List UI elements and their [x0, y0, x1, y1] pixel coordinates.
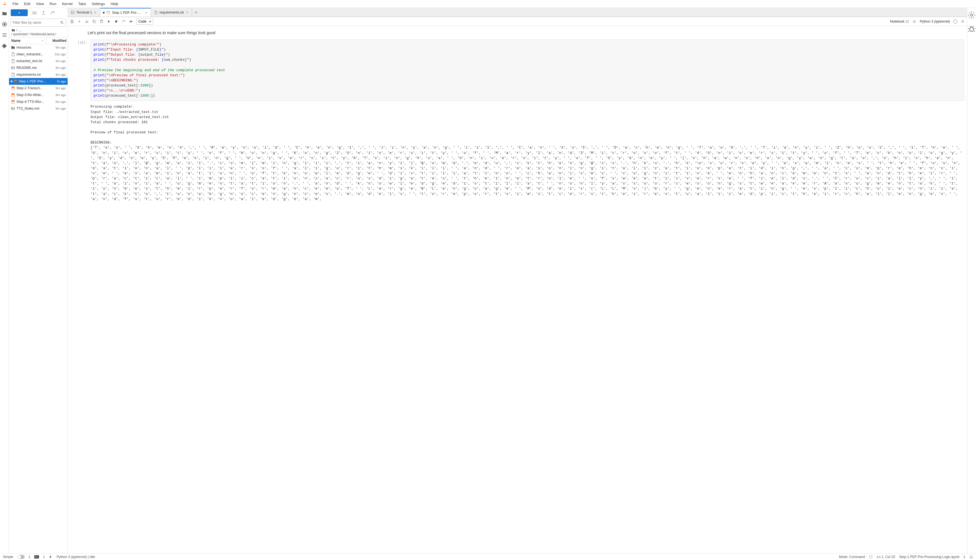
file-modified: 7s ago [50, 80, 66, 83]
file-row[interactable]: Step-3-Re-Write...9m ago [9, 92, 68, 98]
status-tab-count[interactable]: 1 [28, 555, 30, 559]
tab[interactable]: Terminal 1 [68, 8, 100, 17]
code-cell[interactable]: print(f"\nProcessing complete!") print(f… [90, 40, 964, 101]
extensions-icon[interactable] [2, 43, 7, 48]
file-row[interactable]: extracted_text.txt3m ago [9, 58, 68, 64]
col-header-modified[interactable]: Modified [47, 38, 68, 44]
svg-rect-27 [94, 21, 95, 23]
status-simple[interactable]: Simple [3, 555, 13, 559]
close-icon[interactable] [94, 11, 97, 14]
left-activity-bar: <} /> [0, 8, 9, 553]
menu-settings[interactable]: Settings [89, 0, 107, 7]
svg-rect-13 [12, 87, 14, 87]
file-modified: 9m ago [50, 93, 66, 97]
status-term-count[interactable]: 1 [43, 555, 45, 559]
cell-type-select[interactable]: Code [136, 18, 153, 25]
file-row[interactable]: resources9m ago [9, 44, 68, 51]
file-name: requirements.txt [17, 73, 50, 77]
menu-tabs[interactable]: Tabs [76, 0, 88, 7]
menu-help[interactable]: Help [108, 0, 120, 7]
file-modified: 9m ago [50, 87, 66, 90]
debugger-panel-icon[interactable] [967, 25, 976, 33]
status-right-count[interactable]: 1 [963, 555, 965, 559]
refresh-icon[interactable] [50, 10, 55, 15]
file-modified: 9m ago [50, 107, 66, 110]
svg-rect-16 [12, 94, 14, 94]
filter-input[interactable] [13, 21, 60, 25]
svg-rect-2 [4, 24, 5, 25]
folder-icon[interactable] [2, 11, 7, 17]
cut-icon[interactable] [85, 20, 89, 23]
file-name: Step-4-TTS-Wor... [17, 100, 50, 104]
bell-icon[interactable] [969, 555, 973, 559]
shield-icon[interactable] [869, 555, 873, 559]
file-name: TTS_Notes.md [17, 107, 50, 110]
menu-run[interactable]: Run [47, 0, 58, 7]
file-list: resources9m agoclean_extracted...52s ago… [9, 44, 68, 553]
col-header-name[interactable]: Name [9, 38, 47, 44]
kernel-name[interactable]: Python 3 (ipykernel) [920, 20, 950, 23]
tab-label: Step-1 PDF-Pre-Processing [112, 11, 143, 15]
file-name: extracted_text.txt [17, 59, 50, 63]
dirty-indicator [103, 12, 105, 13]
copy-icon[interactable] [92, 20, 96, 23]
file-modified: 9m ago [50, 46, 66, 49]
add-tab-button[interactable] [192, 8, 200, 17]
markdown-cell[interactable]: Let's print out the final processed vers… [88, 29, 967, 40]
run-all-icon[interactable] [129, 20, 133, 23]
file-row[interactable]: Step-2-Transcri...9m ago [9, 85, 68, 92]
debugger-icon[interactable] [912, 20, 916, 23]
status-file[interactable]: Step-1 PDF-Pre-Processing-Logic.ipynb [899, 555, 959, 559]
restart-icon[interactable] [122, 20, 125, 23]
sort-asc-icon [41, 39, 44, 42]
menu-kernel[interactable]: Kernel [60, 0, 75, 7]
insert-cell-icon[interactable] [77, 20, 82, 23]
tab-label: Terminal 1 [76, 10, 92, 14]
status-mode[interactable]: Mode: Command [839, 555, 865, 559]
stop-icon[interactable] [114, 20, 118, 23]
new-folder-icon[interactable] [32, 10, 37, 15]
file-row[interactable]: Step-4-TTS-Wor...9m ago [9, 98, 68, 105]
lightning-icon[interactable] [48, 555, 53, 559]
file-row[interactable]: requirements.txt4m ago [9, 71, 68, 78]
new-launcher-button[interactable] [11, 9, 28, 16]
close-icon[interactable] [144, 11, 148, 14]
file-row[interactable]: README.md9m ago [9, 64, 68, 71]
file-row[interactable]: clean_extracted...52s ago [9, 51, 68, 58]
file-name: Step-1 PDF-Pre-... [18, 79, 50, 83]
menu-file[interactable]: File [10, 0, 21, 7]
file-row[interactable]: TTS_Notes.md9m ago [9, 105, 68, 112]
terminal-badge-icon[interactable]: >_ [34, 555, 39, 558]
upload-icon[interactable] [41, 10, 46, 15]
breadcrumb-row: / … [9, 28, 68, 32]
folder-icon[interactable] [11, 28, 15, 32]
file-row[interactable]: Step-1 PDF-Pre-...7s ago [9, 78, 68, 85]
tab[interactable]: requirements.txt [151, 8, 192, 17]
file-modified: 52s ago [50, 53, 66, 56]
breadcrumb-root[interactable]: / [17, 28, 17, 32]
kernel-indicator[interactable] [953, 20, 958, 23]
run-icon[interactable] [107, 20, 111, 23]
menu-edit[interactable]: Edit [22, 0, 32, 7]
toc-icon[interactable] [2, 32, 7, 38]
jupyter-logo-icon [2, 2, 7, 7]
tab[interactable]: Step-1 PDF-Pre-Processing [100, 8, 151, 17]
paste-icon[interactable] [100, 20, 104, 23]
property-inspector-icon[interactable] [967, 11, 976, 20]
running-icon[interactable]: <} /> [2, 22, 7, 27]
breadcrumb-path[interactable]: / quickstart / NotebookLlama / [9, 32, 68, 37]
menu-view[interactable]: View [33, 0, 46, 7]
more-icon[interactable] [961, 20, 965, 23]
close-icon[interactable] [186, 11, 189, 14]
file-browser: / … / quickstart / NotebookLlama / Name … [9, 8, 68, 553]
status-cursor[interactable]: Ln 1, Col 20 [877, 555, 895, 559]
open-external-link[interactable]: Notebook [890, 20, 909, 23]
status-kernel[interactable]: Python 3 (ipykernel) | Idle [57, 555, 95, 559]
notebook-body: Let's print out the final processed vers… [68, 26, 967, 553]
save-icon[interactable] [70, 20, 74, 23]
breadcrumb-dots[interactable]: … [18, 28, 22, 32]
file-modified: 9m ago [50, 100, 66, 103]
output-cell: Processing complete! Input file: ./extra… [88, 101, 967, 204]
content-area: Terminal 1Step-1 PDF-Pre-Processingrequi… [68, 8, 967, 553]
simple-toggle[interactable] [17, 555, 25, 559]
